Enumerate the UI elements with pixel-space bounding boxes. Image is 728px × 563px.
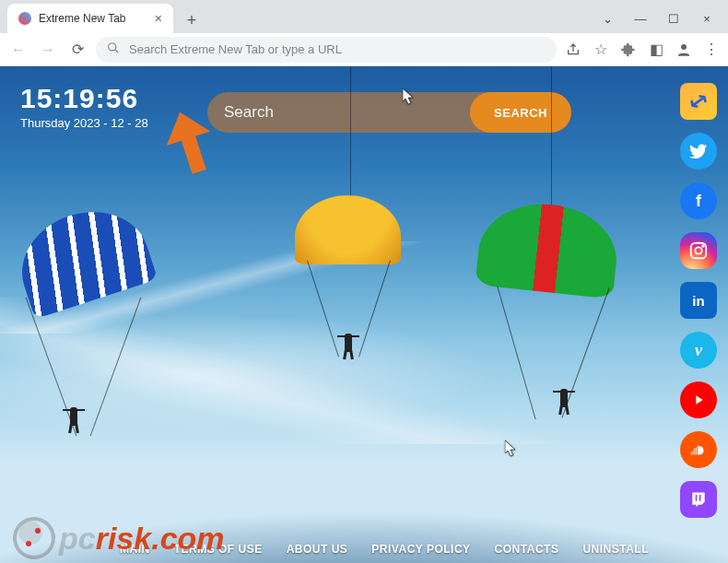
footer-link-privacy[interactable]: PRIVACY POLICY: [371, 543, 470, 556]
address-bar-placeholder: Search Extreme New Tab or type a URL: [129, 42, 342, 56]
sidepanel-icon[interactable]: ◧: [647, 41, 665, 59]
footer-link-about[interactable]: ABOUT US: [287, 543, 348, 556]
close-window-icon[interactable]: ×: [699, 12, 715, 26]
footer-link-contacts[interactable]: CONTACTS: [495, 543, 559, 556]
maximize-icon[interactable]: ☐: [665, 12, 682, 26]
chevron-down-icon[interactable]: ⌄: [599, 12, 616, 26]
svg-point-2: [681, 44, 687, 50]
twitter-icon[interactable]: [680, 133, 717, 170]
parachute-cord: [551, 66, 552, 206]
parachute-green: [479, 205, 617, 292]
profile-icon[interactable]: [675, 41, 693, 59]
clock-date: Thursday 2023 - 12 - 28: [20, 116, 148, 130]
youtube-icon[interactable]: [680, 381, 717, 418]
watermark: pcrisk.com: [13, 517, 225, 559]
cursor-icon: [505, 440, 518, 461]
svg-line-1: [115, 50, 119, 53]
search-button[interactable]: SEARCH: [470, 92, 571, 133]
watermark-prefix: pc: [59, 521, 96, 556]
swap-icon[interactable]: [680, 83, 717, 120]
linkedin-icon[interactable]: in: [680, 282, 717, 319]
svg-point-5: [702, 245, 704, 247]
back-button[interactable]: ←: [7, 39, 29, 61]
minimize-icon[interactable]: —: [632, 12, 649, 26]
parachute-cord: [350, 66, 351, 197]
twitch-icon[interactable]: [680, 481, 717, 518]
address-bar[interactable]: Search Extreme New Tab or type a URL: [96, 37, 557, 63]
parachute-blue: [18, 214, 147, 301]
instagram-icon[interactable]: [680, 232, 717, 269]
footer-link-uninstall[interactable]: UNINSTALL: [582, 543, 649, 556]
watermark-suffix: risk.com: [96, 521, 225, 556]
forward-button[interactable]: →: [37, 39, 59, 61]
clock-time: 15:19:56: [20, 83, 148, 114]
search-bar: SEARCH: [207, 92, 571, 133]
window-titlebar: Extreme New Tab × + ⌄ — ☐ ×: [0, 0, 728, 33]
vimeo-icon[interactable]: v: [680, 332, 717, 369]
tab-favicon: [18, 12, 31, 25]
reload-button[interactable]: ⟳: [66, 39, 88, 61]
parachute-yellow: [295, 195, 401, 264]
clock-widget: 15:19:56 Thursday 2023 - 12 - 28: [20, 83, 148, 130]
new-tab-button[interactable]: +: [179, 7, 205, 33]
menu-icon[interactable]: ⋮: [702, 41, 721, 59]
svg-point-0: [109, 43, 116, 51]
watermark-logo-icon: [13, 517, 55, 559]
browser-toolbar: ← → ⟳ Search Extreme New Tab or type a U…: [0, 33, 728, 66]
facebook-icon[interactable]: f: [680, 182, 717, 219]
svg-point-4: [695, 247, 701, 253]
soundcloud-icon[interactable]: [680, 431, 717, 468]
browser-tab[interactable]: Extreme New Tab ×: [7, 4, 173, 33]
extensions-icon[interactable]: [619, 41, 638, 59]
tab-close-icon[interactable]: ×: [155, 11, 162, 26]
search-input[interactable]: [207, 103, 470, 122]
page-content: 15:19:56 Thursday 2023 - 12 - 28 SEARCH …: [0, 66, 728, 563]
bookmark-icon[interactable]: ☆: [592, 41, 610, 59]
search-icon: [107, 41, 120, 57]
window-controls: ⌄ — ☐ ×: [599, 12, 728, 33]
social-rail: f in v: [680, 83, 717, 518]
share-icon[interactable]: [564, 41, 582, 59]
tab-title: Extreme New Tab: [39, 12, 125, 25]
